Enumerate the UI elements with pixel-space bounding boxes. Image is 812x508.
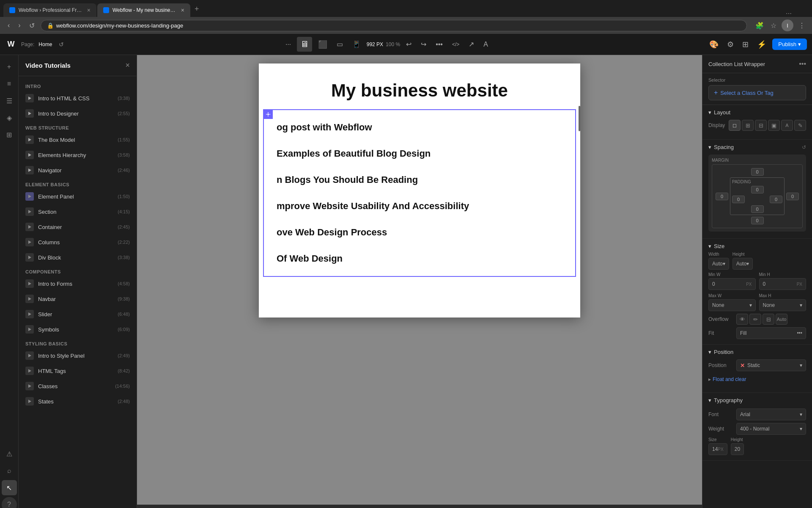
video-item-0-1[interactable]: Intro to Designer (2:55) [19,106,137,121]
canvas-inner[interactable]: My business website og post with Webflow… [137,55,702,505]
desktop-view-button[interactable]: 🖥 [297,37,312,52]
address-bar[interactable]: 🔒 webflow.com/design/my-new-business-lan… [41,20,747,31]
video-item-2-0[interactable]: Element Panel (1:50) [19,189,137,204]
width-input[interactable]: Auto ▾ [708,258,729,270]
search-sidebar-button[interactable]: ⌕ [2,463,17,478]
tab-close-2[interactable]: × [181,7,184,14]
video-item-2-2[interactable]: Container (2:45) [19,219,137,235]
mobile-portrait-button[interactable]: 📱 [349,38,364,51]
integrations-button[interactable]: ⊞ [740,38,751,51]
padding-bottom-input[interactable] [751,205,764,213]
browser-action-extensions[interactable]: 🧩 [754,20,765,31]
video-item-3-3[interactable]: Symbols (6:09) [19,322,137,337]
page-refresh-button[interactable]: ↺ [56,40,66,49]
tab-close-1[interactable]: × [87,7,91,14]
device-view-extra[interactable]: ⋯ [282,39,294,50]
typography-section-title-row[interactable]: ▾ Typography [702,393,812,406]
max-h-input[interactable]: None ▾ [759,299,807,311]
video-item-1-1[interactable]: Elements Hierarchy (3:58) [19,147,137,163]
alert-button[interactable]: ⚠ [2,446,17,461]
publish-button[interactable]: Publish ▾ [772,39,807,50]
back-button[interactable]: ‹ [5,20,12,31]
margin-top-input[interactable] [751,168,764,176]
video-item-4-1[interactable]: HTML Tags (8:42) [19,363,137,378]
browser-action-more[interactable]: ⋮ [797,20,807,31]
float-label-text[interactable]: Float and clear [713,375,746,384]
video-item-4-0[interactable]: Intro to Style Panel (2:49) [19,348,137,363]
min-w-input[interactable]: 0 PX [708,278,756,290]
overflow-scroll-button[interactable]: ⊟ [763,314,774,325]
reload-button[interactable]: ↺ [27,20,37,31]
add-element-button[interactable]: + [2,59,17,75]
video-item-2-1[interactable]: Section (4:15) [19,204,137,219]
browser-action-user[interactable]: I [782,19,793,31]
browser-action-bookmark[interactable]: ☆ [769,20,778,31]
element-settings-handle[interactable] [263,110,273,119]
font-button[interactable]: A [480,38,491,51]
tablet-view-button[interactable]: ⬛ [315,37,331,52]
video-item-4-3[interactable]: States (2:48) [19,394,137,409]
display-block-button[interactable]: □ [729,120,741,131]
video-item-0-0[interactable]: Intro to HTML & CSS (3:38) [19,91,137,106]
video-item-2-3[interactable]: Columns (2:22) [19,235,137,250]
selected-collection-list[interactable]: og post with Webflow Examples of Beautif… [263,109,576,277]
browser-tab-inactive[interactable]: Webflow › Professional Freel... × [3,3,96,17]
right-panel-more-button[interactable]: ••• [799,60,806,68]
navigator-button[interactable]: ☰ [2,93,17,108]
new-tab-button[interactable]: + [191,3,203,15]
settings-gear-button[interactable]: ⚙ [724,38,736,51]
display-inline-button[interactable]: ▣ [768,120,780,131]
spacing-section-title-row[interactable]: ▾ Spacing ↺ [702,140,812,153]
style-button[interactable]: 🎨 [707,38,721,51]
weight-select[interactable]: 400 - Normal ▾ [736,423,806,435]
font-select[interactable]: Arial ▾ [736,409,806,420]
page-name[interactable]: Home [38,41,52,47]
video-item-1-0[interactable]: The Box Model (1:55) [19,132,137,147]
video-item-3-1[interactable]: Navbar (9:38) [19,291,137,306]
margin-right-input[interactable] [786,193,799,200]
lightning-button[interactable]: ⚡ [754,38,769,51]
display-grid-button[interactable]: ⊟ [755,120,767,131]
code-export-button[interactable]: </> [449,39,463,50]
preview-button[interactable]: ↗ [465,38,477,51]
max-w-input[interactable]: None ▾ [708,299,756,311]
padding-left-input[interactable] [732,196,745,203]
video-item-3-0[interactable]: Intro to Forms (4:58) [19,276,137,291]
layout-section-title-row[interactable]: ▾ Layout [702,105,812,118]
position-section-title-row[interactable]: ▾ Position [702,345,812,358]
fit-select[interactable]: Fill ••• [736,327,806,339]
min-h-input[interactable]: 0 PX [759,278,807,290]
padding-top-input[interactable] [751,186,764,193]
share-button[interactable]: ••• [432,38,446,51]
cms-button[interactable]: ⊞ [2,127,17,142]
typo-size-input[interactable]: 14 PX [708,443,727,455]
mobile-landscape-button[interactable]: ▭ [333,38,346,51]
left-panel-close-button[interactable]: × [125,61,130,70]
display-text-button[interactable]: A [781,120,793,131]
assets-button[interactable]: ◈ [2,110,17,125]
overflow-hidden-button[interactable]: ✏ [749,314,761,325]
padding-right-input[interactable] [770,196,782,203]
typo-height-input[interactable]: 20 [731,443,744,455]
position-value-selector[interactable]: ✕ Static ▾ [736,359,806,371]
video-item-2-4[interactable]: Div Block (3:38) [19,250,137,265]
display-flex-button[interactable]: ⊞ [742,120,754,131]
video-item-3-2[interactable]: Slider (6:48) [19,306,137,322]
video-item-4-2[interactable]: Classes (14:56) [19,378,137,394]
overflow-auto-button[interactable]: Auto [776,314,787,325]
video-item-1-2[interactable]: Navigator (2:46) [19,163,137,178]
browser-tab-active[interactable]: Webflow - My new business la... × [97,3,190,17]
margin-bottom-input[interactable] [751,217,764,224]
selector-input[interactable]: + Select a Class Or Tag [708,85,806,100]
redo-button[interactable]: ↪ [417,38,430,51]
size-section-title-row[interactable]: ▾ Size [702,239,812,252]
display-none-button[interactable]: ✎ [794,120,806,131]
margin-left-input[interactable] [716,193,728,200]
forward-button[interactable]: › [16,20,23,31]
help-button[interactable]: ? [2,497,17,508]
spacing-reset-button[interactable]: ↺ [802,144,806,150]
overflow-visible-button[interactable]: 👁 [736,314,748,325]
cursor-button[interactable]: ↖ [2,480,17,495]
height-input[interactable]: Auto ▾ [732,258,753,270]
undo-button[interactable]: ↩ [403,38,415,51]
